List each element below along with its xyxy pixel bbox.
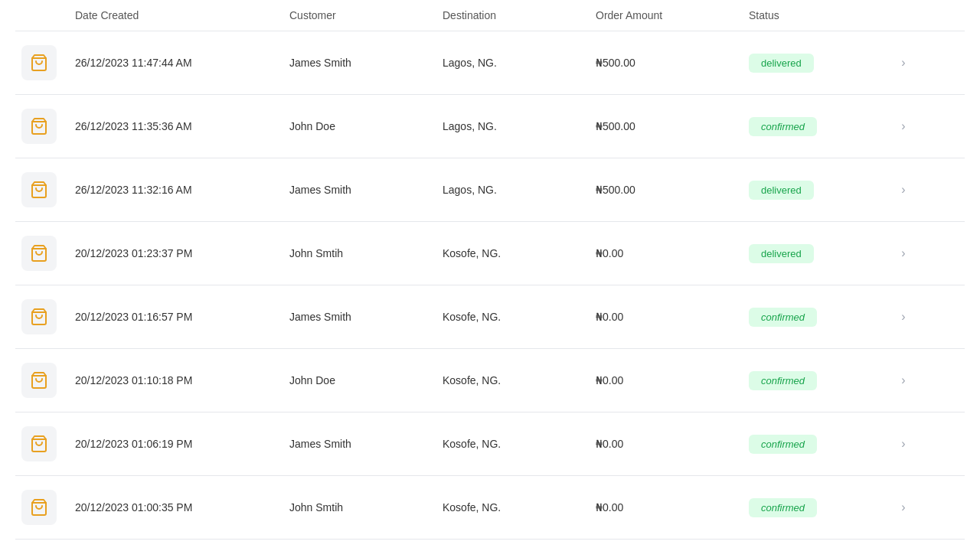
cart-icon	[30, 54, 48, 72]
row-status-col: confirmed	[743, 371, 880, 390]
table-header: Date Created Customer Destination Order …	[15, 0, 965, 31]
cart-icon	[30, 371, 48, 390]
row-chevron[interactable]: ›	[880, 183, 926, 197]
row-amount: ₦500.00	[590, 57, 743, 69]
row-amount: ₦500.00	[590, 184, 743, 196]
row-status-col: delivered	[743, 181, 880, 200]
row-customer: John Smtih	[283, 501, 436, 514]
row-destination: Lagos, NG.	[436, 120, 590, 132]
row-amount: ₦0.00	[590, 374, 743, 386]
table-row[interactable]: 26/12/2023 11:35:36 AM John Doe Lagos, N…	[15, 95, 965, 158]
cart-icon-wrapper	[21, 45, 57, 80]
row-chevron[interactable]: ›	[880, 373, 926, 387]
row-date: 20/12/2023 01:00:35 PM	[69, 501, 283, 514]
row-destination: Kosofe, NG.	[436, 438, 590, 450]
cart-icon	[30, 498, 48, 517]
row-amount: ₦0.00	[590, 438, 743, 450]
row-chevron[interactable]: ›	[880, 119, 926, 133]
row-status-col: delivered	[743, 54, 880, 73]
status-badge: confirmed	[749, 371, 817, 390]
table-row[interactable]: 20/12/2023 01:10:18 PM John Doe Kosofe, …	[15, 349, 965, 412]
row-icon-col	[15, 45, 69, 80]
orders-table: Date Created Customer Destination Order …	[0, 0, 980, 551]
header-customer: Customer	[283, 9, 436, 21]
row-date: 20/12/2023 01:23:37 PM	[69, 247, 283, 259]
header-amount: Order Amount	[590, 9, 743, 21]
table-row[interactable]: 20/12/2023 01:00:35 PM John Smtih Kosofe…	[15, 476, 965, 540]
row-destination: Lagos, NG.	[436, 184, 590, 196]
header-actions-col	[880, 9, 926, 21]
row-icon-col	[15, 299, 69, 334]
row-date: 26/12/2023 11:35:36 AM	[69, 120, 283, 132]
table-body: 26/12/2023 11:47:44 AM James Smith Lagos…	[15, 31, 965, 540]
table-row[interactable]: 20/12/2023 01:06:19 PM James Smith Kosof…	[15, 412, 965, 476]
table-row[interactable]: 20/12/2023 01:23:37 PM John Smtih Kosofe…	[15, 222, 965, 285]
row-customer: John Smtih	[283, 247, 436, 259]
row-chevron[interactable]: ›	[880, 56, 926, 70]
row-customer: James Smith	[283, 438, 436, 450]
row-destination: Lagos, NG.	[436, 57, 590, 69]
row-icon-col	[15, 172, 69, 207]
row-status-col: confirmed	[743, 117, 880, 136]
row-date: 26/12/2023 11:32:16 AM	[69, 184, 283, 196]
row-destination: Kosofe, NG.	[436, 247, 590, 259]
cart-icon-wrapper	[21, 236, 57, 271]
row-status-col: confirmed	[743, 308, 880, 327]
row-icon-col	[15, 109, 69, 144]
status-badge: confirmed	[749, 308, 817, 327]
cart-icon-wrapper	[21, 426, 57, 461]
row-chevron[interactable]: ›	[880, 310, 926, 324]
row-icon-col	[15, 363, 69, 398]
row-customer: James Smith	[283, 311, 436, 323]
row-destination: Kosofe, NG.	[436, 501, 590, 514]
row-date: 20/12/2023 01:06:19 PM	[69, 438, 283, 450]
cart-icon	[30, 244, 48, 262]
row-chevron[interactable]: ›	[880, 246, 926, 260]
row-chevron[interactable]: ›	[880, 500, 926, 514]
status-badge: delivered	[749, 244, 814, 263]
cart-icon	[30, 308, 48, 326]
row-date: 20/12/2023 01:10:18 PM	[69, 374, 283, 386]
row-icon-col	[15, 426, 69, 461]
status-badge: delivered	[749, 54, 814, 73]
table-row[interactable]: 26/12/2023 11:32:16 AM James Smith Lagos…	[15, 158, 965, 222]
cart-icon	[30, 435, 48, 453]
row-status-col: confirmed	[743, 435, 880, 454]
cart-icon-wrapper	[21, 299, 57, 334]
row-amount: ₦0.00	[590, 247, 743, 259]
header-status: Status	[743, 9, 880, 21]
row-status-col: confirmed	[743, 498, 880, 517]
row-chevron[interactable]: ›	[880, 437, 926, 451]
status-badge: delivered	[749, 181, 814, 200]
row-icon-col	[15, 490, 69, 525]
row-date: 26/12/2023 11:47:44 AM	[69, 57, 283, 69]
cart-icon-wrapper	[21, 490, 57, 525]
cart-icon	[30, 117, 48, 135]
row-amount: ₦0.00	[590, 501, 743, 514]
row-icon-col	[15, 236, 69, 271]
status-badge: confirmed	[749, 498, 817, 517]
cart-icon-wrapper	[21, 363, 57, 398]
row-amount: ₦0.00	[590, 311, 743, 323]
row-date: 20/12/2023 01:16:57 PM	[69, 311, 283, 323]
row-destination: Kosofe, NG.	[436, 374, 590, 386]
table-row[interactable]: 20/12/2023 01:16:57 PM James Smith Kosof…	[15, 285, 965, 349]
cart-icon	[30, 181, 48, 199]
header-date: Date Created	[69, 9, 283, 21]
table-row[interactable]: 26/12/2023 11:47:44 AM James Smith Lagos…	[15, 31, 965, 95]
cart-icon-wrapper	[21, 172, 57, 207]
row-destination: Kosofe, NG.	[436, 311, 590, 323]
row-status-col: delivered	[743, 244, 880, 263]
header-destination: Destination	[436, 9, 590, 21]
status-badge: confirmed	[749, 435, 817, 454]
row-customer: John Doe	[283, 120, 436, 132]
row-customer: James Smith	[283, 184, 436, 196]
row-customer: James Smith	[283, 57, 436, 69]
row-customer: John Doe	[283, 374, 436, 386]
header-icon-col	[15, 9, 69, 21]
cart-icon-wrapper	[21, 109, 57, 144]
status-badge: confirmed	[749, 117, 817, 136]
row-amount: ₦500.00	[590, 120, 743, 132]
